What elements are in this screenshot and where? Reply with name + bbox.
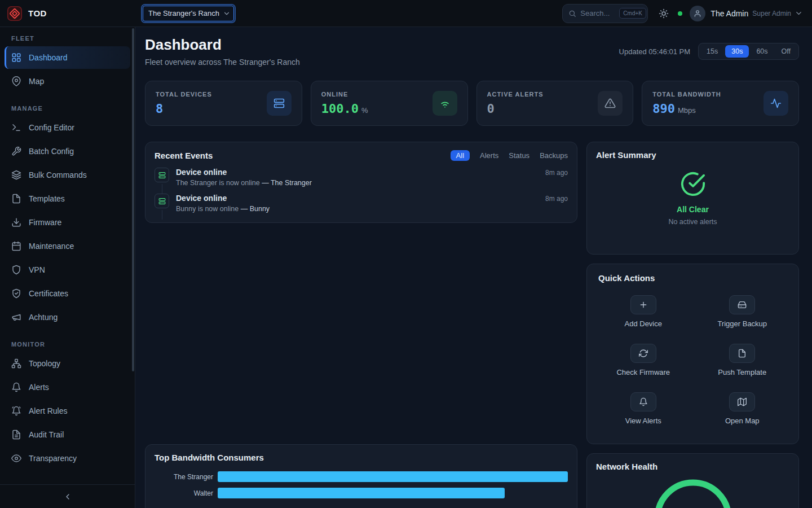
sidebar-item-maintenance[interactable]: Maintenance (5, 235, 130, 257)
stat-value: 100.0 (321, 102, 359, 116)
stat-value: 8 (156, 102, 163, 116)
alert-message: No active alerts (596, 218, 789, 226)
file-icon (738, 349, 747, 358)
file-text-icon (11, 430, 21, 440)
search-input[interactable] (580, 9, 615, 17)
sidebar: FLEET Dashboard Map MANAGE Config Editor (0, 27, 135, 508)
sidebar-item-bulk-commands[interactable]: Bulk Commands (5, 164, 130, 186)
alert-summary-title: Alert Summary (596, 150, 789, 160)
event-device: — The Stranger (262, 179, 312, 187)
alert-status-text: All Clear (596, 205, 789, 214)
sidebar-item-vpn[interactable]: VPN (5, 259, 130, 281)
event-filter-all[interactable]: All (451, 150, 470, 161)
site-selector[interactable]: The Stranger's Ranch (143, 6, 234, 21)
bandwidth-bars: The Stranger Walter (155, 471, 568, 498)
refresh-interval-segmented-control: 15s 30s 60s Off (698, 43, 799, 60)
quick-action-view-alerts[interactable]: View Alerts (598, 392, 689, 425)
main-content: Dashboard Fleet overview across The Stra… (135, 27, 812, 508)
user-menu-chevron-down-icon[interactable] (795, 9, 803, 17)
bandwidth-chart-title: Top Bandwidth Consumers (155, 453, 568, 462)
event-list: Device online 8m ago The Stranger is now… (155, 168, 568, 220)
shield-check-icon (11, 288, 21, 299)
sidebar-item-certificates[interactable]: Certificates (5, 282, 130, 305)
quick-action-check-firmware[interactable]: Check Firmware (598, 344, 689, 376)
bell-icon (639, 397, 648, 406)
wrench-icon (11, 146, 21, 156)
sidebar-item-templates[interactable]: Templates (5, 187, 130, 210)
refresh-option-off[interactable]: Off (775, 45, 797, 58)
sidebar-item-label: Certificates (29, 289, 68, 298)
stat-card-total-bandwidth: TOTAL BANDWIDTH 890 Mbps (642, 81, 799, 126)
event-filter-backups[interactable]: Backups (540, 150, 568, 161)
quick-action-add-device[interactable]: Add Device (598, 295, 689, 328)
avatar[interactable] (690, 6, 705, 21)
sidebar-item-map[interactable]: Map (5, 70, 130, 93)
sidebar-collapse-button[interactable] (0, 484, 135, 508)
sidebar-item-label: VPN (29, 265, 45, 274)
user-icon (694, 10, 701, 17)
event-title: Device online (176, 194, 227, 203)
sidebar-item-config-editor[interactable]: Config Editor (5, 116, 130, 139)
search-box[interactable]: Cmd+K (562, 4, 648, 23)
stat-unit: Mbps (678, 106, 696, 115)
timeline-connector (162, 184, 162, 194)
sidebar-item-firmware[interactable]: Firmware (5, 211, 130, 234)
sidebar-item-achtung[interactable]: Achtung (5, 306, 130, 329)
sidebar-item-topology[interactable]: Topology (5, 352, 130, 375)
stat-label: ONLINE (321, 91, 368, 98)
sidebar-item-alerts[interactable]: Alerts (5, 376, 130, 398)
bandwidth-device-label: Walter (155, 489, 218, 497)
quick-action-label: Open Map (725, 417, 760, 425)
event-filter-alerts[interactable]: Alerts (480, 150, 498, 161)
download-icon (11, 217, 21, 227)
stat-label: ACTIVE ALERTS (487, 91, 544, 98)
refresh-option-30s[interactable]: 30s (725, 45, 749, 58)
updated-timestamp: Updated 05:46:01 PM (619, 47, 690, 56)
quick-action-open-map[interactable]: Open Map (698, 392, 788, 425)
sidebar-item-label: Batch Config (29, 147, 74, 156)
bandwidth-row: The Stranger (155, 471, 568, 482)
layers-icon (11, 170, 21, 180)
bell-icon (11, 382, 21, 392)
sidebar-item-label: Transparency (29, 454, 77, 463)
quick-action-trigger-backup[interactable]: Trigger Backup (698, 295, 788, 328)
sidebar-item-transparency[interactable]: Transparency (5, 447, 130, 470)
event-device: — Bunny (241, 205, 270, 213)
quick-action-push-template[interactable]: Push Template (698, 344, 788, 376)
refresh-option-15s[interactable]: 15s (700, 45, 724, 58)
event-row[interactable]: Device online 8m ago Bunny is now online… (155, 194, 568, 220)
event-detail: Bunny is now online — Bunny (176, 205, 568, 213)
search-shortcut-badge: Cmd+K (619, 8, 646, 19)
quick-actions-card: Quick Actions Add Device (586, 264, 799, 444)
topbar-right: Cmd+K The Admin Super Admin (562, 4, 812, 23)
server-icon (158, 172, 166, 179)
sidebar-item-dashboard[interactable]: Dashboard (5, 46, 130, 69)
event-time: 8m ago (545, 169, 568, 177)
event-filter-status[interactable]: Status (509, 150, 529, 161)
topology-icon (11, 358, 21, 369)
bandwidth-row: Walter (155, 488, 568, 498)
sidebar-scrollbar[interactable] (132, 28, 134, 371)
event-filters: All Alerts Status Backups (451, 150, 568, 161)
event-row[interactable]: Device online 8m ago The Stranger is now… (155, 168, 568, 194)
sidebar-item-label: Topology (29, 359, 60, 368)
site-selector-wrap: The Stranger's Ranch (143, 6, 234, 21)
check-circle-icon (680, 171, 706, 197)
stat-card-total-devices: TOTAL DEVICES 8 (145, 81, 302, 126)
network-health-title: Network Health (596, 462, 789, 471)
sidebar-item-audit-trail[interactable]: Audit Trail (5, 423, 130, 446)
app-name: TOD (28, 8, 47, 18)
recent-events-title: Recent Events (155, 151, 213, 160)
stat-label: TOTAL BANDWIDTH (652, 91, 721, 98)
sidebar-item-alert-rules[interactable]: Alert Rules (5, 400, 130, 422)
stat-card-online: ONLINE 100.0 % (311, 81, 468, 126)
theme-toggle-sun-icon[interactable] (659, 8, 669, 19)
chevron-left-icon (63, 492, 72, 501)
user-name[interactable]: The Admin (710, 9, 748, 18)
brand: TOD (0, 6, 135, 21)
sidebar-item-label: Alert Rules (29, 406, 67, 415)
stat-cards-row: TOTAL DEVICES 8 ONLINE 100.0 % (145, 81, 799, 126)
refresh-icon (639, 349, 648, 358)
refresh-option-60s[interactable]: 60s (750, 45, 774, 58)
sidebar-item-batch-config[interactable]: Batch Config (5, 140, 130, 163)
